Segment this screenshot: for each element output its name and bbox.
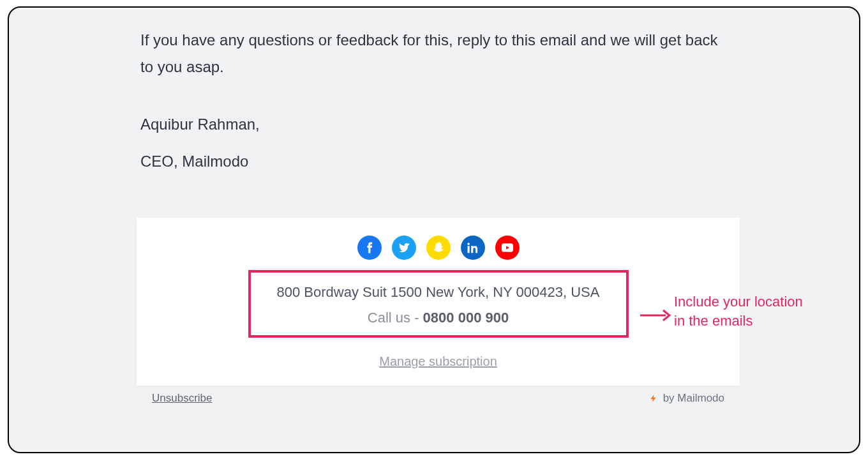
linkedin-icon[interactable] (461, 236, 485, 260)
manage-subscription-link[interactable]: Manage subscription (379, 354, 497, 369)
unsubscribe-link[interactable]: Unsubscribe (152, 392, 213, 405)
signature-title: CEO, Mailmodo (140, 143, 727, 180)
email-footer: 800 Bordway Suit 1500 New York, NY 00042… (137, 218, 740, 386)
frame: If you have any questions or feedback fo… (8, 6, 860, 453)
twitter-icon[interactable] (392, 236, 416, 260)
bolt-icon (649, 393, 658, 404)
phone-number: 0800 000 900 (423, 310, 509, 326)
call-prefix: Call us - (368, 310, 423, 326)
company-address: 800 Bordway Suit 1500 New York, NY 00042… (251, 284, 626, 301)
snapchat-icon[interactable] (426, 236, 451, 260)
annotation-arrow-icon (639, 308, 671, 323)
brand-text: by Mailmodo (663, 392, 724, 405)
phone-line: Call us - 0800 000 900 (251, 310, 626, 326)
annotation-text: Include your location in the emails (674, 292, 803, 330)
location-highlight-box: 800 Bordway Suit 1500 New York, NY 00042… (248, 270, 629, 338)
brand-credit: by Mailmodo (649, 392, 724, 405)
signature-block: Aquibur Rahman, CEO, Mailmodo (137, 87, 740, 218)
social-row (137, 236, 740, 260)
facebook-icon[interactable] (357, 236, 382, 260)
email-body-text: If you have any questions or feedback fo… (137, 8, 740, 87)
annotation-line1: Include your location (674, 292, 803, 312)
email-card: If you have any questions or feedback fo… (137, 8, 740, 405)
below-bar: Unsubscribe by Mailmodo (137, 386, 740, 405)
youtube-icon[interactable] (495, 236, 520, 260)
annotation-line2: in the emails (674, 312, 803, 331)
signature-name: Aquibur Rahman, (140, 106, 727, 143)
